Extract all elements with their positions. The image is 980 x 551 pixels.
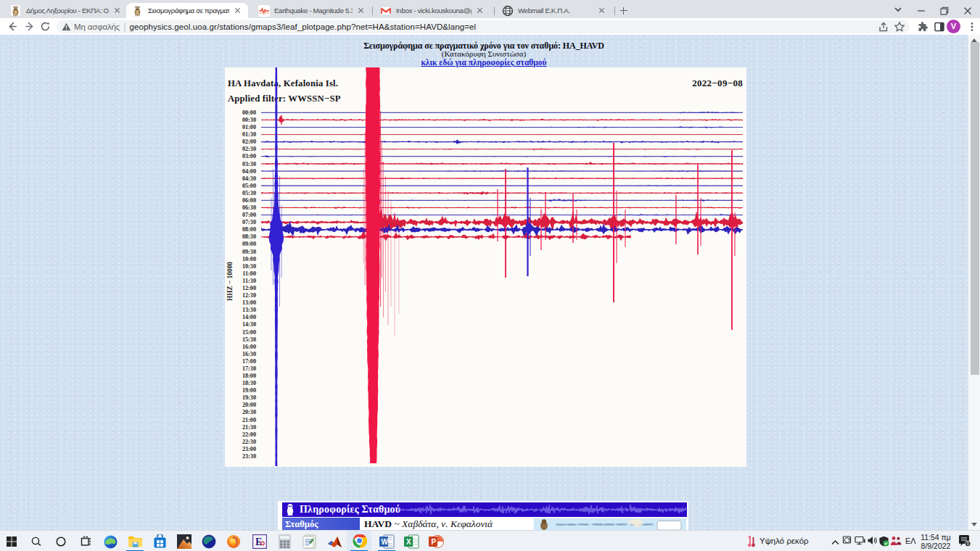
svg-text:11:30: 11:30 (242, 278, 256, 284)
svg-text:03:00: 03:00 (242, 153, 256, 160)
svg-text:08:30: 08:30 (242, 233, 256, 240)
svg-text:06:30: 06:30 (242, 204, 256, 211)
svg-text:12:30: 12:30 (242, 292, 256, 299)
svg-text:03:30: 03:30 (242, 161, 256, 167)
svg-text:00:00: 00:00 (242, 109, 256, 116)
svg-text:21:00: 21:00 (242, 417, 256, 423)
svg-text:20:00: 20:00 (242, 402, 256, 408)
svg-text:07:30: 07:30 (242, 219, 256, 225)
svg-text:02:00: 02:00 (242, 138, 256, 145)
svg-text:6: 6 (966, 541, 969, 546)
svg-text:W: W (381, 538, 388, 546)
svg-text:P: P (431, 538, 436, 546)
svg-text:22:30: 22:30 (242, 439, 256, 445)
svg-text:17:30: 17:30 (242, 365, 256, 372)
svg-text:19:30: 19:30 (242, 394, 256, 401)
svg-text:05:30: 05:30 (242, 190, 256, 196)
svg-text:16:30: 16:30 (242, 351, 256, 357)
svg-text:13:30: 13:30 (242, 307, 256, 313)
svg-text:23:30: 23:30 (242, 453, 256, 460)
svg-text:01:30: 01:30 (242, 131, 256, 138)
svg-text:20:30: 20:30 (242, 409, 256, 415)
svg-text:00:30: 00:30 (242, 117, 256, 123)
svg-text:Applied filter: WWSSN−SP: Applied filter: WWSSN−SP (228, 94, 341, 104)
svg-text:07:00: 07:00 (242, 212, 256, 218)
svg-text:10:00: 10:00 (242, 256, 256, 262)
svg-text:09:30: 09:30 (242, 249, 256, 255)
svg-text:18:30: 18:30 (242, 380, 256, 386)
svg-text:09:00: 09:00 (242, 241, 256, 247)
svg-text:HA Havdata, Kefalonia Isl.: HA Havdata, Kefalonia Isl. (228, 78, 338, 88)
svg-text:04:00: 04:00 (242, 168, 256, 175)
svg-text:X: X (406, 538, 411, 546)
svg-text:14:00: 14:00 (242, 314, 256, 320)
svg-text:15:30: 15:30 (242, 336, 256, 343)
svg-text:01:00: 01:00 (242, 124, 256, 130)
svg-text:02:30: 02:30 (242, 146, 256, 152)
svg-text:04:30: 04:30 (242, 175, 256, 182)
svg-text:18:00: 18:00 (242, 373, 256, 379)
svg-text:16:00: 16:00 (242, 344, 256, 350)
svg-text:22:00: 22:00 (242, 431, 256, 438)
svg-text:2022−09−08: 2022−09−08 (692, 78, 743, 88)
svg-text:08:00: 08:00 (242, 226, 256, 233)
svg-text:11:00: 11:00 (242, 270, 256, 277)
svg-text:12:00: 12:00 (242, 285, 256, 291)
svg-text:23:00: 23:00 (242, 446, 256, 452)
svg-text:19:00: 19:00 (242, 387, 256, 394)
svg-text:15:00: 15:00 (242, 329, 256, 336)
svg-text:14:30: 14:30 (242, 321, 256, 328)
svg-text:10:30: 10:30 (242, 263, 256, 270)
svg-text:21:30: 21:30 (242, 424, 256, 431)
svg-text:05:00: 05:00 (242, 183, 256, 189)
svg-text:06:00: 06:00 (242, 197, 256, 204)
svg-text:13:00: 13:00 (242, 299, 256, 306)
svg-text:HHZ − 10000: HHZ − 10000 (226, 262, 234, 301)
svg-text:17:00: 17:00 (242, 358, 256, 365)
